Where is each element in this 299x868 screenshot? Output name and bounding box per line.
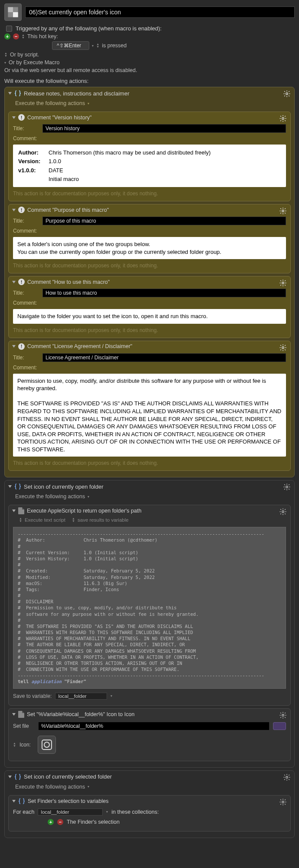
action-footnote: This action is for documentation purpose…	[9, 325, 290, 334]
gear-icon[interactable]	[283, 90, 291, 98]
disclosure-icon[interactable]	[12, 209, 16, 211]
action-title: Comment "Version history"	[27, 115, 92, 121]
comment-icon: !	[18, 207, 25, 213]
add-collection-icon[interactable]: +	[48, 819, 54, 825]
title-row: Title:License Agreement / Disclaimer	[9, 352, 290, 363]
disclosure-icon[interactable]	[12, 345, 16, 348]
title-input[interactable]: License Agreement / Disclaimer	[42, 353, 286, 362]
hotkey-input[interactable]: ^⇧⌘Enter	[52, 41, 89, 50]
or-execute-label: Or by Execute Macro	[9, 59, 59, 66]
gear-icon[interactable]	[279, 115, 287, 122]
disclosure-icon[interactable]	[12, 510, 16, 512]
updown-icon[interactable]: ▲▼	[4, 52, 7, 57]
action-header[interactable]: !Comment "Version history"	[9, 112, 290, 123]
updown-icon[interactable]: ▲▼	[72, 517, 75, 523]
comment-label: Comment:	[13, 228, 39, 234]
group-header[interactable]: Set icon of currently open folder	[5, 480, 294, 493]
disclosure-icon[interactable]	[12, 713, 16, 716]
remove-trigger-icon[interactable]: −	[13, 33, 19, 39]
updown-icon[interactable]: ▲▼	[13, 742, 16, 747]
action-comment: !Comment "Version history"Title:Version …	[8, 112, 291, 201]
action-header[interactable]: !Comment "License Agreement / Disclaimer…	[9, 341, 290, 352]
action-execute-applescript: Execute AppleScript to return open folde…	[8, 505, 291, 705]
or-execute-line: ▾ Or by Execute Macro	[4, 59, 295, 66]
foreach-variable-select[interactable]: local__folder	[38, 809, 103, 815]
gear-icon[interactable]	[279, 279, 287, 287]
title-row: Title:How to use this macro	[9, 287, 290, 299]
action-header[interactable]: Set Finder's selection to variables	[9, 796, 290, 807]
action-header[interactable]: Execute AppleScript to return open folde…	[9, 505, 290, 516]
updown-icon[interactable]: ▲▼	[22, 34, 25, 39]
comment-body[interactable]: Permission to use, copy, modify, and/or …	[13, 374, 286, 457]
comment-body[interactable]: Navigate to the folder you want to set t…	[13, 309, 286, 324]
setfile-label: Set file	[13, 723, 35, 729]
svg-point-12	[286, 776, 288, 778]
action-set-icon: Set "%Variable%local__folder%" Icon to I…	[8, 708, 291, 761]
selection-label: The Finder's selection	[67, 819, 120, 825]
add-trigger-icon[interactable]: +	[4, 33, 10, 39]
macro-header: 06)Set currently open folder's icon	[4, 3, 295, 21]
hotkey-value-line: ^⇧⌘Enter ▾ ▲▼ is pressed	[52, 41, 295, 50]
updown-icon[interactable]: ▲▼	[96, 43, 99, 48]
will-execute-heading: Will execute the following actions:	[4, 78, 295, 84]
comment-body[interactable]: Set a folder's icon using one of the two…	[13, 237, 286, 259]
svg-rect-0	[8, 7, 13, 12]
remove-collection-icon[interactable]: −	[57, 819, 63, 825]
gear-icon[interactable]	[283, 773, 291, 781]
title-input[interactable]: Version history	[42, 124, 286, 133]
gear-icon[interactable]	[279, 344, 287, 352]
icon-preview[interactable]	[38, 736, 56, 754]
disclosure-icon[interactable]	[8, 485, 12, 488]
comment-label: Comment:	[13, 300, 39, 306]
svg-rect-2	[13, 7, 18, 12]
action-comment: !Comment "How to use this macro"Title:Ho…	[8, 276, 291, 338]
subhead-right: save results to variable	[78, 517, 129, 523]
or-web-label: Or via the web server but all remote acc…	[4, 67, 137, 73]
disclosure-icon[interactable]	[12, 281, 16, 283]
title-input[interactable]: Purpose of this macro	[42, 217, 286, 225]
file-path-input[interactable]: %Variable%local__folder%	[38, 722, 270, 730]
title-row: Title:Purpose of this macro	[9, 215, 290, 227]
hotkey-line: + − ▲▼ This hot key:	[4, 33, 295, 39]
file-chooser-button[interactable]	[273, 722, 286, 730]
selection-row: + − The Finder's selection	[9, 817, 290, 827]
icon-row: ▲▼ Icon:	[9, 732, 290, 757]
action-header[interactable]: !Comment "How to use this macro"	[9, 276, 290, 287]
gear-icon[interactable]	[279, 798, 287, 806]
gear-icon[interactable]	[279, 508, 287, 516]
group-header[interactable]: Set icon of currently selected folder	[5, 771, 294, 783]
macro-title-input[interactable]: 06)Set currently open folder's icon	[25, 7, 295, 18]
script-subhead: ▲▼ Execute text script ▲▼ save results t…	[9, 516, 290, 525]
gear-icon[interactable]	[279, 207, 287, 215]
disclosure-icon[interactable]	[8, 92, 12, 95]
action-header[interactable]: Set "%Variable%local__folder%" Icon to I…	[9, 709, 290, 720]
title-row: Title:Version history	[9, 123, 290, 134]
gear-icon[interactable]	[283, 483, 291, 491]
group-subhead: Execute the following actions ▾	[5, 783, 294, 792]
disclosure-icon[interactable]	[12, 800, 16, 802]
trigger-enabled-checkbox[interactable]	[6, 26, 12, 32]
action-comment: !Comment "Purpose of this macro"Title:Pu…	[8, 204, 291, 273]
subhead-text: Execute the following actions	[15, 100, 85, 106]
disclosure-icon[interactable]	[8, 776, 12, 778]
comment-body[interactable]: Author:Chris Thomerson (this macro may b…	[13, 145, 286, 187]
comment-icon: !	[18, 114, 25, 121]
variable-select[interactable]: local__folder	[55, 693, 107, 700]
svg-point-8	[282, 347, 284, 349]
title-input[interactable]: How to use this macro	[42, 289, 286, 297]
braces-icon	[14, 90, 21, 97]
subhead-left: Execute text script	[25, 517, 65, 523]
group-set-icon-open: Set icon of currently open folder Execut…	[4, 480, 295, 767]
action-header[interactable]: !Comment "Purpose of this macro"	[9, 204, 290, 215]
comment-label: Comment:	[13, 365, 39, 371]
or-script-label: Or by script.	[10, 52, 39, 58]
gear-icon[interactable]	[279, 711, 287, 719]
action-title: Comment "License Agreement / Disclaimer"	[27, 343, 132, 349]
updown-icon[interactable]: ▲▼	[19, 517, 22, 523]
group-header[interactable]: Release notes, instructions and disclaim…	[5, 87, 294, 99]
disclosure-icon[interactable]	[12, 116, 16, 119]
hotkey-state: is pressed	[102, 43, 127, 49]
svg-point-6	[282, 210, 284, 212]
trigger-label: Triggered by any of the following (when …	[16, 25, 162, 32]
applescript-code[interactable]: ----------------------------------------…	[13, 527, 286, 688]
